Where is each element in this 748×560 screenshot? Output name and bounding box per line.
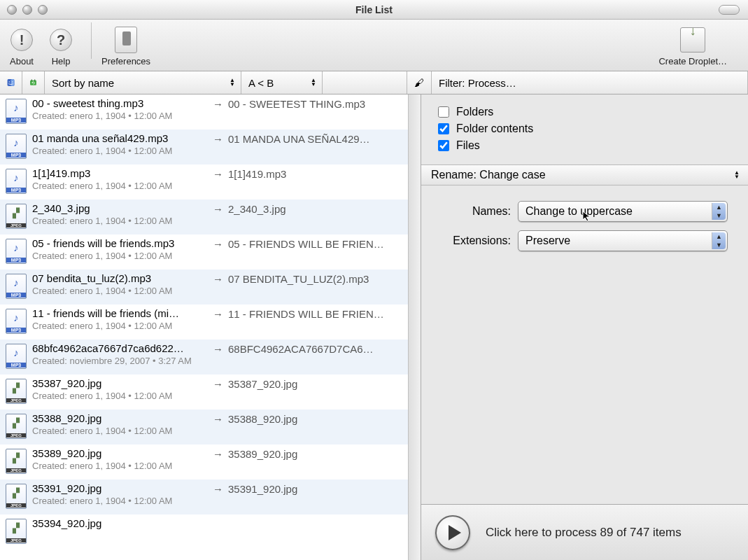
file-type-icon: [4, 202, 28, 230]
file-created: Created: enero 1, 1904 • 12:00 AM: [32, 111, 213, 121]
dropdown-arrows-icon: ▲▼: [311, 78, 316, 87]
file-name: 1[1]419.mp3: [32, 167, 213, 179]
file-type-icon: [4, 272, 28, 300]
options-pane: Folders Folder contents Files Rename: Ch…: [421, 94, 748, 560]
file-row[interactable]: 35391_920.jpgCreated: enero 1, 1904 • 12…: [0, 479, 408, 514]
header-spacer: [323, 71, 407, 94]
file-renamed: 2_340_3.jpg: [228, 202, 404, 215]
checkbox-input[interactable]: [438, 140, 449, 151]
select-stepper-icon: ▲▼: [712, 203, 726, 220]
arrow-icon: →: [213, 482, 228, 495]
arrow-icon: →: [213, 97, 228, 110]
sort-direction-label: A < B: [248, 77, 274, 89]
sort-direction-dropdown[interactable]: A < B ▲▼: [241, 71, 323, 94]
rename-section-header[interactable]: Rename: Change case ▲▼: [421, 164, 748, 186]
file-type-icon: [4, 97, 28, 125]
file-type-icon: [4, 167, 28, 195]
file-renamed: 05 - FRIENDS WILL BE FRIEN…: [228, 237, 404, 250]
titlebar: File List: [0, 0, 748, 20]
filter-folders-checkbox[interactable]: Folders: [438, 106, 735, 118]
extensions-label: Extensions:: [438, 234, 511, 247]
file-created: Created: enero 1, 1904 • 12:00 AM: [32, 321, 213, 331]
arrow-icon: →: [213, 447, 228, 460]
create-droplet-button[interactable]: Create Droplet…: [658, 27, 727, 66]
refresh-icon[interactable]: [22, 71, 45, 94]
droplet-icon: [680, 27, 705, 52]
file-created: Created: enero 1, 1904 • 12:00 AM: [32, 251, 213, 261]
file-row[interactable]: 35388_920.jpgCreated: enero 1, 1904 • 12…: [0, 410, 408, 444]
sort-dropdown[interactable]: Sort by name ▲▼: [45, 71, 241, 94]
file-row[interactable]: 01 manda una señal429.mp3Created: enero …: [0, 130, 408, 164]
finder-mode-icon[interactable]: [0, 71, 22, 94]
file-created: Created: enero 1, 1904 • 12:00 AM: [32, 216, 213, 226]
file-type-icon: [4, 517, 28, 545]
clear-icon[interactable]: 🖌: [407, 71, 432, 94]
file-created: Created: enero 1, 1904 • 12:00 AM: [32, 461, 213, 471]
preferences-label: Preferences: [101, 56, 150, 66]
file-row[interactable]: 07 bendita_tu_luz(2).mp3Created: enero 1…: [0, 270, 408, 304]
file-row[interactable]: 11 - friends will be friends (mi…Created…: [0, 304, 408, 340]
file-created: Created: enero 1, 1904 • 12:00 AM: [32, 426, 213, 436]
checkbox-label: Files: [456, 139, 480, 152]
file-row[interactable]: 1[1]419.mp3Created: enero 1, 1904 • 12:0…: [0, 164, 408, 200]
file-type-icon: [4, 412, 28, 440]
select-stepper-icon: ▲▼: [712, 232, 726, 249]
help-icon: ?: [50, 29, 72, 51]
file-renamed: 35387_920.jpg: [228, 377, 404, 390]
names-label: Names:: [438, 205, 511, 218]
file-row[interactable]: 00 - sweetest thing.mp3Created: enero 1,…: [0, 94, 408, 130]
process-button[interactable]: [435, 515, 470, 550]
process-label[interactable]: Click here to process 89 of 747 items: [486, 526, 682, 540]
checkbox-input[interactable]: [438, 123, 449, 134]
filter-header[interactable]: Filter: Process…: [432, 71, 748, 94]
file-list[interactable]: 00 - sweetest thing.mp3Created: enero 1,…: [0, 94, 408, 560]
checkbox-label: Folders: [456, 106, 493, 118]
file-renamed: 11 - FRIENDS WILL BE FRIEN…: [228, 307, 404, 320]
file-name: 35388_920.jpg: [32, 412, 213, 424]
sort-label: Sort by name: [52, 77, 114, 89]
arrow-icon: →: [213, 167, 228, 180]
file-row[interactable]: 2_340_3.jpgCreated: enero 1, 1904 • 12:0…: [0, 200, 408, 234]
file-row[interactable]: 68bfc4962aca7667d7ca6d622…Created: novie…: [0, 340, 408, 374]
help-button[interactable]: ? Help: [48, 27, 74, 66]
preferences-button[interactable]: Preferences: [101, 27, 150, 66]
file-name: 01 manda una señal429.mp3: [32, 132, 213, 144]
window-title: File List: [0, 4, 748, 15]
file-created: Created: enero 1, 1904 • 12:00 AM: [32, 391, 213, 401]
file-created: Created: enero 1, 1904 • 12:00 AM: [32, 181, 213, 191]
arrow-icon: →: [213, 342, 228, 355]
file-created: Created: enero 1, 1904 • 12:00 AM: [32, 146, 213, 156]
file-name: 35387_920.jpg: [32, 377, 213, 389]
filter-files-checkbox[interactable]: Files: [438, 139, 735, 152]
file-row[interactable]: 05 - friends will be friends.mp3Created:…: [0, 234, 408, 270]
file-name: 35389_920.jpg: [32, 447, 213, 459]
filter-folder-contents-checkbox[interactable]: Folder contents: [438, 122, 735, 135]
file-type-icon: [4, 307, 28, 335]
file-name: 00 - sweetest thing.mp3: [32, 97, 213, 109]
arrow-icon: →: [213, 412, 228, 425]
checkbox-input[interactable]: [438, 106, 449, 118]
file-name: 68bfc4962aca7667d7ca6d622…: [32, 342, 213, 354]
file-name: 05 - friends will be friends.mp3: [32, 237, 213, 249]
file-created: Created: enero 1, 1904 • 12:00 AM: [32, 496, 213, 506]
file-name: 07 bendita_tu_luz(2).mp3: [32, 272, 213, 284]
file-row[interactable]: 35394_920.jpg: [0, 514, 408, 550]
file-list-pane: 00 - sweetest thing.mp3Created: enero 1,…: [0, 94, 421, 560]
svg-rect-1: [11, 79, 15, 86]
extensions-select[interactable]: Preserve ▲▼: [518, 230, 728, 251]
scrollbar[interactable]: [408, 94, 421, 560]
file-type-icon: [4, 447, 28, 475]
names-select[interactable]: Change to uppercase ▲▼: [518, 201, 728, 222]
toolbar-toggle-pill[interactable]: [719, 5, 740, 15]
dropdown-arrows-icon: ▲▼: [734, 171, 740, 179]
rename-options: Names: Change to uppercase ▲▼ Extensions…: [421, 186, 748, 268]
file-renamed: 07 BENDITA_TU_LUZ(2).mp3: [228, 272, 404, 285]
about-button[interactable]: ! About: [8, 27, 35, 66]
file-renamed: 00 - SWEETEST THING.mp3: [228, 97, 404, 110]
file-type-icon: [4, 132, 28, 160]
file-row[interactable]: 35387_920.jpgCreated: enero 1, 1904 • 12…: [0, 374, 408, 410]
svg-rect-4: [30, 80, 36, 85]
about-label: About: [10, 56, 34, 66]
arrow-icon: →: [213, 307, 228, 320]
file-row[interactable]: 35389_920.jpgCreated: enero 1, 1904 • 12…: [0, 444, 408, 479]
